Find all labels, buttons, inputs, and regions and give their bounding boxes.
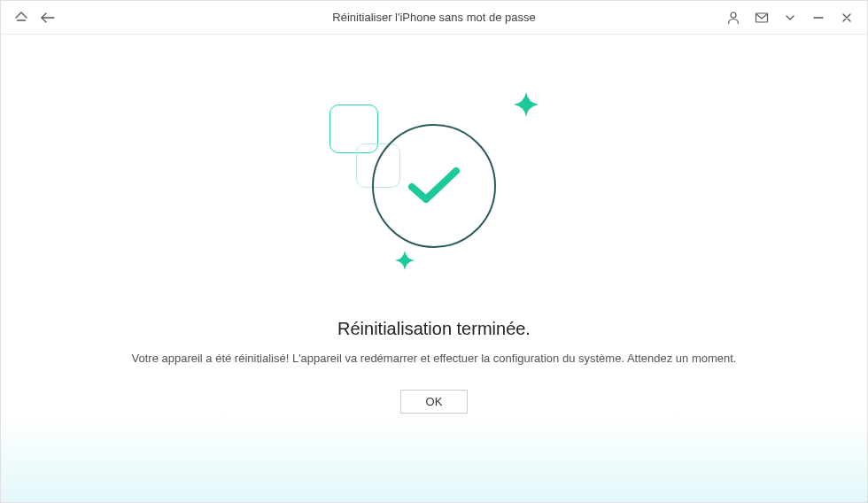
success-circle bbox=[372, 124, 496, 248]
back-icon[interactable] bbox=[40, 10, 56, 26]
sparkle-icon bbox=[512, 90, 540, 122]
close-icon[interactable] bbox=[839, 10, 855, 26]
checkmark-icon bbox=[403, 164, 465, 208]
decorative-glow bbox=[1, 414, 867, 502]
titlebar: Réinitialiser l'iPhone sans mot de passe bbox=[1, 1, 867, 35]
window-title: Réinitialiser l'iPhone sans mot de passe bbox=[332, 11, 535, 24]
titlebar-right bbox=[725, 10, 855, 26]
chevron-down-icon[interactable] bbox=[782, 10, 798, 26]
status-heading: Réinitialisation terminée. bbox=[337, 319, 531, 339]
success-illustration bbox=[310, 97, 558, 275]
mail-icon[interactable] bbox=[754, 10, 770, 26]
minimize-icon[interactable] bbox=[810, 10, 826, 26]
titlebar-left bbox=[13, 10, 56, 26]
main-content: Réinitialisation terminée. Votre apparei… bbox=[1, 35, 867, 502]
home-icon[interactable] bbox=[13, 10, 29, 26]
user-icon[interactable] bbox=[725, 10, 741, 26]
status-subtext: Votre appareil a été réinitialisé! L'app… bbox=[132, 352, 737, 365]
ok-button[interactable]: OK bbox=[400, 390, 469, 414]
sparkle-icon bbox=[394, 250, 415, 275]
svg-point-0 bbox=[731, 12, 736, 18]
